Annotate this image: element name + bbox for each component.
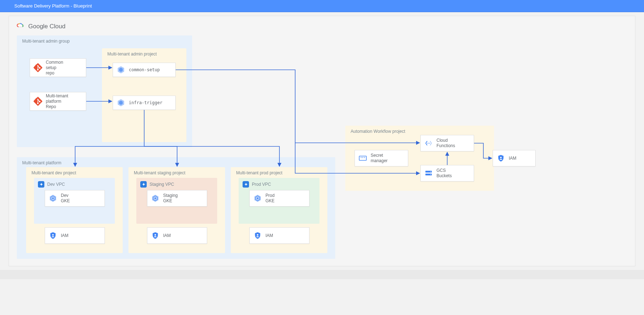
google-cloud-brand: Google Cloud — [16, 21, 65, 32]
group-prod-project-title: Multi-tenant prod project — [236, 170, 282, 175]
svg-point-12 — [257, 198, 258, 199]
node-infra-trigger: infra-trigger — [113, 96, 176, 110]
node-gcs-buckets: GCS Buckets — [420, 165, 474, 181]
git-icon — [30, 92, 46, 110]
cloud-functions-icon — [421, 135, 436, 151]
group-admin-project-title: Multi-tenant admin project — [107, 52, 157, 57]
svg-point-20 — [429, 143, 430, 144]
gke-icon — [250, 190, 265, 206]
iam-icon — [45, 228, 61, 243]
node-label: IAM — [163, 233, 171, 238]
footer-bar — [0, 270, 644, 279]
iam-icon — [250, 228, 265, 243]
node-label: Dev GKE — [61, 193, 70, 204]
git-icon — [30, 59, 46, 77]
node-prod-iam: IAM — [249, 227, 309, 244]
vpc-icon: ✦ — [243, 181, 249, 188]
vpc-icon: ✦ — [140, 181, 147, 188]
node-label: GCS Buckets — [436, 168, 452, 179]
top-bar: Software Delivery Platform - Blueprint — [0, 0, 644, 12]
node-label: Common setup repo — [46, 60, 63, 76]
group-prod-vpc-title: ✦ Prod VPC — [243, 181, 271, 188]
svg-point-25 — [500, 157, 502, 158]
node-label: IAM — [61, 233, 68, 238]
node-label: Multi-tenant platform Repo — [46, 93, 68, 110]
secret-manager-icon: *** — [355, 150, 371, 166]
svg-point-6 — [52, 198, 54, 199]
group-platform-title: Multi-tenant platform — [22, 160, 61, 165]
group-admin-title: Multi-tenant admin group — [22, 39, 70, 44]
node-label: Prod GKE — [265, 193, 274, 204]
diagram-canvas: Google Cloud Multi-tenant admin group Mu… — [9, 16, 635, 266]
iam-icon — [147, 228, 163, 243]
gke-icon — [45, 190, 61, 206]
cloud-build-icon — [113, 63, 129, 77]
node-common-setup-repo: Common setup repo — [30, 58, 86, 77]
node-label: Cloud Functions — [436, 138, 455, 149]
group-staging-vpc-title: ✦ Staging VPC — [140, 181, 174, 188]
svg-point-18 — [427, 143, 428, 144]
brand-text: Google Cloud — [28, 23, 65, 30]
svg-point-19 — [428, 143, 429, 144]
node-common-setup: common-setup — [113, 63, 176, 77]
node-platform-repo: Multi-tenant platform Repo — [30, 92, 86, 111]
node-staging-iam: IAM — [147, 227, 207, 244]
gke-icon — [147, 190, 163, 206]
node-label: common-setup — [129, 67, 160, 73]
node-label: IAM — [509, 156, 516, 161]
node-label: Staging GKE — [163, 193, 178, 204]
svg-point-14 — [155, 234, 156, 236]
group-dev-project-title: Multi-tenant dev project — [31, 170, 76, 175]
node-label: infra-trigger — [129, 100, 162, 106]
node-label: Secret manager — [371, 153, 387, 164]
cloud-build-icon — [113, 96, 129, 110]
node-main-iam: IAM — [493, 150, 536, 166]
gcs-icon — [421, 165, 436, 181]
node-dev-gke: Dev GKE — [45, 190, 105, 207]
svg-point-15 — [257, 234, 258, 236]
node-staging-gke: Staging GKE — [147, 190, 207, 207]
node-label: IAM — [265, 233, 273, 238]
svg-point-23 — [430, 171, 431, 172]
node-prod-gke: Prod GKE — [249, 190, 309, 207]
group-automation-title: Automation Workflow project — [351, 129, 405, 134]
svg-point-9 — [155, 198, 156, 199]
node-cloud-functions: Cloud Functions — [420, 135, 474, 151]
group-staging-project-title: Multi-tenant staging project — [134, 170, 185, 175]
svg-point-24 — [430, 174, 431, 175]
google-cloud-logo-icon — [16, 21, 25, 32]
node-secret-manager: *** Secret manager — [355, 150, 408, 166]
page-title-text: Software Delivery Platform - Blueprint — [14, 3, 92, 9]
group-dev-vpc-title: ✦ Dev VPC — [38, 181, 65, 188]
svg-point-13 — [52, 234, 54, 236]
node-dev-iam: IAM — [45, 227, 105, 244]
iam-icon — [493, 150, 509, 166]
svg-text:***: *** — [360, 157, 366, 160]
vpc-icon: ✦ — [38, 181, 44, 188]
